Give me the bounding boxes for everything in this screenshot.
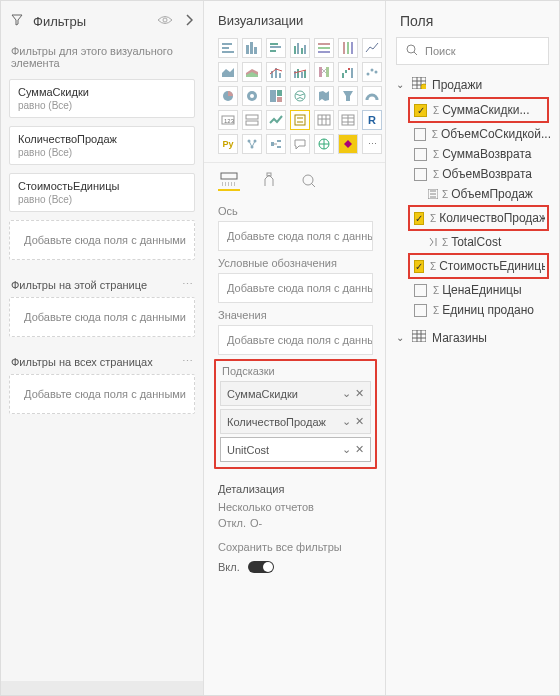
viz-multirow-card-icon[interactable] [242, 110, 262, 130]
viz-treemap-icon[interactable] [266, 86, 286, 106]
viz-matrix-icon[interactable] [338, 110, 358, 130]
viz-r-visual-icon[interactable]: R [362, 110, 382, 130]
viz-slicer-icon[interactable] [290, 110, 310, 130]
visualizations-pane: Визуализации 123 [204, 1, 386, 695]
viz-kpi-icon[interactable] [266, 110, 286, 130]
tooltip-chip[interactable]: КоличествоПродаж ⌄✕ [220, 409, 371, 434]
viz-waterfall-icon[interactable] [338, 62, 358, 82]
viz-donut-icon[interactable] [242, 86, 262, 106]
tab-analytics-icon[interactable] [298, 169, 320, 191]
viz-ribbon-icon[interactable] [314, 62, 334, 82]
filter-card[interactable]: СтоимостьЕдиницы равно (Все) [9, 173, 195, 212]
viz-stacked-bar-icon[interactable] [218, 38, 238, 58]
field-row[interactable]: ✓ Σ КоличествоПродаж [414, 208, 545, 228]
more-icon[interactable]: ⋯ [182, 278, 193, 291]
tooltip-chip[interactable]: СуммаСкидки ⌄✕ [220, 381, 371, 406]
field-row[interactable]: Σ СуммаВозврата [392, 144, 555, 164]
tooltips-well[interactable]: СуммаСкидки ⌄✕ КоличествоПродаж ⌄✕ UnitC… [218, 381, 373, 462]
viz-100-stacked-bar-icon[interactable] [314, 38, 334, 58]
legend-well[interactable]: Добавьте сюда поля с данными [218, 273, 373, 303]
axis-well[interactable]: Добавьте сюда поля с данными [218, 221, 373, 251]
field-checkbox[interactable]: ✓ [414, 212, 424, 225]
chevron-down-icon[interactable]: ⌄ [342, 443, 351, 456]
field-label: КоличествоПродаж [439, 211, 545, 225]
sigma-icon: Σ [433, 105, 439, 116]
collapse-filters-chevron[interactable] [185, 13, 193, 29]
viz-scatter-icon[interactable] [362, 62, 382, 82]
svg-rect-24 [297, 69, 299, 78]
viz-combo-cluster-line-icon[interactable] [290, 62, 310, 82]
remove-icon[interactable]: ✕ [355, 387, 364, 400]
field-checkbox[interactable] [414, 168, 427, 181]
field-row[interactable]: Σ ЦенаЕдиницы [392, 280, 555, 300]
table-node[interactable]: ⌄ Магазины [392, 326, 555, 349]
viz-table-icon[interactable] [314, 110, 334, 130]
filters-header: Фильтры [1, 1, 203, 41]
viz-stacked-column-icon[interactable] [242, 38, 262, 58]
field-checkbox[interactable] [414, 304, 427, 317]
viz-line-icon[interactable] [362, 38, 382, 58]
viz-key-influencers-icon[interactable] [242, 134, 262, 154]
all-filter-dropzone[interactable]: Добавьте сюда поля с данными [9, 374, 195, 414]
filter-card[interactable]: КоличествоПродаж равно (Все) [9, 126, 195, 165]
remove-icon[interactable]: ✕ [355, 443, 364, 456]
viz-powerapps-icon[interactable] [338, 134, 358, 154]
viz-gauge-icon[interactable] [362, 86, 382, 106]
visibility-icon[interactable] [157, 14, 173, 28]
remove-icon[interactable]: ✕ [355, 415, 364, 428]
svg-point-35 [375, 71, 378, 74]
field-row[interactable]: Σ TotalCost [392, 232, 555, 252]
page-filter-dropzone[interactable]: Добавьте сюда поля с данными [9, 297, 195, 337]
expand-icon[interactable]: ⌄ [396, 79, 406, 90]
viz-clustered-bar-icon[interactable] [266, 38, 286, 58]
field-label: СуммаСкидки... [442, 103, 529, 117]
chevron-down-icon[interactable]: ⌄ [342, 415, 351, 428]
viz-stacked-area-icon[interactable] [242, 62, 262, 82]
expand-icon[interactable]: ⌄ [396, 332, 406, 343]
values-well[interactable]: Добавьте сюда поля с данными [218, 325, 373, 355]
viz-filled-map-icon[interactable] [314, 86, 334, 106]
viz-decomp-tree-icon[interactable] [266, 134, 286, 154]
tooltip-chip[interactable]: UnitCost ⌄✕ [220, 437, 371, 462]
fields-search[interactable] [396, 37, 549, 65]
well-placeholder: Добавьте сюда поля с данными [227, 282, 373, 294]
viz-funnel-icon[interactable] [338, 86, 358, 106]
filter-card[interactable]: СуммаСкидки равно (Все) [9, 79, 195, 118]
field-checkbox[interactable]: ✓ [414, 104, 427, 117]
viz-card-icon[interactable]: 123 [218, 110, 238, 130]
svg-rect-57 [221, 173, 237, 179]
field-row[interactable]: Σ ОбъемВозврата [392, 164, 555, 184]
keep-filters-toggle[interactable] [248, 561, 274, 573]
table-node[interactable]: ⌄ Продажи [392, 73, 555, 96]
viz-arcgis-icon[interactable] [314, 134, 334, 154]
more-icon[interactable]: ⋯ [182, 355, 193, 368]
viz-combo-column-line-icon[interactable] [266, 62, 286, 82]
viz-clustered-column-icon[interactable] [290, 38, 310, 58]
viz-map-icon[interactable] [290, 86, 310, 106]
svg-rect-48 [318, 115, 330, 125]
tooltips-highlight: Подсказки СуммаСкидки ⌄✕ КоличествоПрода… [214, 359, 377, 469]
tab-format-icon[interactable] [258, 169, 280, 191]
search-input[interactable] [425, 45, 559, 57]
viz-python-visual-icon[interactable]: Py [218, 134, 238, 154]
field-row[interactable]: Σ ОбъемСоСкидкой... [392, 124, 555, 144]
field-checkbox[interactable] [414, 148, 427, 161]
field-checkbox[interactable] [414, 128, 426, 141]
field-row[interactable]: Σ Единиц продано [392, 300, 555, 320]
viz-pie-icon[interactable] [218, 86, 238, 106]
svg-rect-39 [270, 90, 276, 102]
field-checkbox[interactable] [414, 284, 427, 297]
keep-filters-label: Сохранить все фильтры [204, 539, 385, 555]
field-row[interactable]: ✓ Σ СтоимостьЕдиницы [414, 256, 545, 276]
svg-rect-1 [222, 43, 232, 45]
field-row[interactable]: ✓ Σ СуммаСкидки... [414, 100, 545, 120]
viz-area-icon[interactable] [218, 62, 238, 82]
viz-more-icon[interactable]: ⋯ [362, 134, 382, 154]
viz-100-stacked-column-icon[interactable] [338, 38, 358, 58]
viz-qa-icon[interactable] [290, 134, 310, 154]
visual-filter-dropzone[interactable]: Добавьте сюда поля с данными [9, 220, 195, 260]
field-checkbox[interactable]: ✓ [414, 260, 424, 273]
field-row[interactable]: Σ ОбъемПродаж [392, 184, 555, 204]
chevron-down-icon[interactable]: ⌄ [342, 387, 351, 400]
tab-fields-icon[interactable] [218, 169, 240, 191]
